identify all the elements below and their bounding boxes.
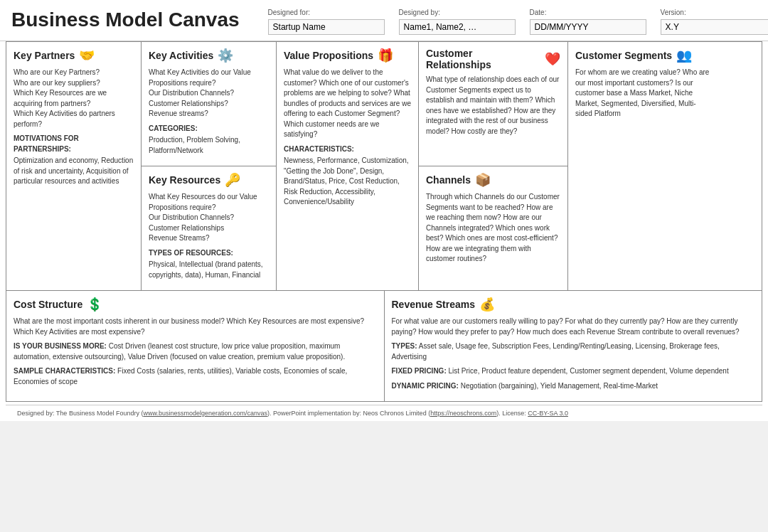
value-propositions-cell: Value Propositions 🎁 What value do we de…	[277, 42, 419, 290]
customer-relationships-text: Customer Relationships	[426, 48, 540, 70]
meta-fields: Designed for: Designed by: Date: Version…	[268, 9, 768, 35]
header: Business Model Canvas Designed for: Desi…	[0, 0, 768, 41]
key-activities-resources-col: Key Activities ⚙️ What Key Activities do…	[142, 42, 277, 290]
cust-rel-channels-col: Customer Relationships ❤️ What type of r…	[419, 42, 568, 290]
channels-text: Channels	[426, 174, 471, 186]
key-activities-title: Key Activities ⚙️	[149, 48, 269, 63]
customer-segments-title: Customer Segments 👥	[575, 48, 710, 63]
kr-types-body: Physical, Intellectual (brand patents, c…	[149, 260, 269, 280]
revenue-streams-body: For what value are our customers really …	[392, 316, 755, 391]
channels-icon: 📦	[475, 172, 491, 188]
customer-segments-text: Customer Segments	[575, 50, 672, 61]
footer: Designed by: The Business Model Foundry …	[6, 405, 762, 421]
kp-line-1: Who are our Key Partners?Who are our key…	[14, 68, 134, 129]
designed-for-field: Designed for:	[268, 9, 385, 35]
channels-cell: Channels 📦 Through which Channels do our…	[419, 166, 567, 290]
designed-for-label: Designed for:	[268, 9, 385, 16]
customer-segments-cell: Customer Segments 👥 For whom are we crea…	[568, 42, 718, 290]
customer-segments-icon: 👥	[676, 48, 692, 63]
footer-link-canvas[interactable]: www.businessmodelgeneration.com/canvas	[143, 410, 267, 417]
page-title: Business Model Canvas	[11, 9, 240, 31]
customer-relationships-body: What type of relationship does each of o…	[426, 75, 560, 137]
channels-title: Channels 📦	[426, 172, 560, 188]
key-activities-icon: ⚙️	[218, 48, 233, 63]
key-resources-title: Key Resources 🔑	[149, 172, 269, 188]
version-field: Version:	[661, 9, 768, 35]
key-partners-text: Key Partners	[14, 50, 75, 61]
designed-for-input[interactable]	[268, 19, 385, 35]
kr-types-heading: TYPES OF RESOURCES:	[149, 248, 269, 259]
value-propositions-body: What value do we deliver to the customer…	[284, 68, 411, 208]
vp-characteristics-body: Newness, Performance, Customization, "Ge…	[284, 156, 411, 208]
revenue-streams-title: Revenue Streams 💰	[392, 297, 755, 312]
key-partners-title: Key Partners 🤝	[14, 48, 134, 63]
key-resources-body: What Key Resources do our Value Proposit…	[149, 192, 269, 280]
ka-line-1: What Key Activities do our Value Proposi…	[149, 68, 269, 119]
rs-dynamic: DYNAMIC PRICING: Negotiation (bargaining…	[392, 381, 755, 392]
cs-line-1: For whom are we creating value? Who are …	[575, 68, 710, 119]
cost-structure-icon: 💲	[87, 297, 102, 312]
revenue-streams-text: Revenue Streams	[392, 299, 476, 310]
version-label: Version:	[661, 9, 768, 16]
vp-characteristics-heading: CHARACTERISTICS:	[284, 144, 411, 155]
date-field: Date:	[530, 9, 646, 35]
revenue-streams-cell: Revenue Streams 💰 For what value are our…	[385, 291, 762, 401]
customer-relationships-cell: Customer Relationships ❤️ What type of r…	[419, 42, 567, 166]
kp-motivations-heading: MOTIVATIONS FOR PARTNERSHIPS:	[14, 134, 134, 154]
rs-types: TYPES: Asset sale, Usage fee, Subscripti…	[392, 341, 755, 362]
kp-motivations-body: Optimization and economy, Reduction of r…	[14, 156, 134, 187]
key-activities-body: What Key Activities do our Value Proposi…	[149, 68, 269, 156]
key-partners-cell: Key Partners 🤝 Who are our Key Partners?…	[6, 42, 142, 290]
date-input[interactable]	[530, 19, 646, 35]
ka-categories-heading: CATEGORIES:	[149, 124, 269, 134]
bottom-row: Cost Structure 💲 What are the most impor…	[6, 291, 762, 401]
rs-q1: For what value are our customers really …	[392, 316, 755, 337]
key-resources-icon: 🔑	[225, 172, 240, 188]
page: Business Model Canvas Designed for: Desi…	[0, 0, 768, 421]
key-resources-cell: Key Resources 🔑 What Key Resources do ou…	[142, 166, 276, 290]
date-label: Date:	[530, 9, 646, 16]
ch-line-1: Through which Channels do our Customer S…	[426, 192, 560, 265]
channels-body: Through which Channels do our Customer S…	[426, 192, 560, 265]
cost-structure-body: What are the most important costs inhere…	[14, 316, 377, 387]
designed-by-input[interactable]	[399, 19, 516, 35]
cost-structure-title: Cost Structure 💲	[14, 297, 377, 312]
key-resources-text: Key Resources	[149, 174, 220, 186]
cost-structure-text: Cost Structure	[14, 299, 82, 310]
key-activities-cell: Key Activities ⚙️ What Key Activities do…	[142, 42, 276, 166]
value-propositions-icon: 🎁	[378, 48, 393, 63]
kr-line-1: What Key Resources do our Value Proposit…	[149, 192, 269, 244]
cost-structure-cell: Cost Structure 💲 What are the most impor…	[6, 291, 385, 401]
top-row: Key Partners 🤝 Who are our Key Partners?…	[6, 42, 762, 291]
footer-text: Designed by: The Business Model Foundry …	[17, 410, 568, 417]
customer-relationships-title: Customer Relationships ❤️	[426, 48, 560, 70]
key-activities-text: Key Activities	[149, 50, 213, 61]
footer-link-neos[interactable]: https://neoschrons.com	[430, 410, 496, 417]
business-model-canvas: Key Partners 🤝 Who are our Key Partners?…	[6, 41, 762, 402]
footer-link-license[interactable]: CC-BY-SA 3.0	[528, 410, 568, 417]
revenue-streams-icon: 💰	[479, 297, 495, 312]
value-propositions-title: Value Propositions 🎁	[284, 48, 411, 63]
version-input[interactable]	[661, 19, 768, 35]
vp-line-1: What value do we deliver to the customer…	[284, 68, 411, 140]
cs-driven: IS YOUR BUSINESS MORE: Cost Driven (lean…	[14, 341, 377, 362]
key-partners-icon: 🤝	[79, 48, 95, 63]
customer-segments-body: For whom are we creating value? Who are …	[575, 68, 710, 119]
rs-fixed: FIXED PRICING: List Price, Product featu…	[392, 366, 755, 377]
customer-relationships-icon: ❤️	[545, 51, 560, 67]
cs-characteristics: SAMPLE CHARACTERISTICS: Fixed Costs (sal…	[14, 366, 377, 387]
value-propositions-text: Value Propositions	[284, 50, 373, 61]
designed-by-field: Designed by:	[399, 9, 516, 35]
key-partners-body: Who are our Key Partners?Who are our key…	[14, 68, 134, 187]
designed-by-label: Designed by:	[399, 9, 516, 16]
cr-line-1: What type of relationship does each of o…	[426, 75, 560, 137]
ka-categories-body: Production, Problem Solving, Platform/Ne…	[149, 135, 269, 156]
cs-q1: What are the most important costs inhere…	[14, 316, 377, 337]
